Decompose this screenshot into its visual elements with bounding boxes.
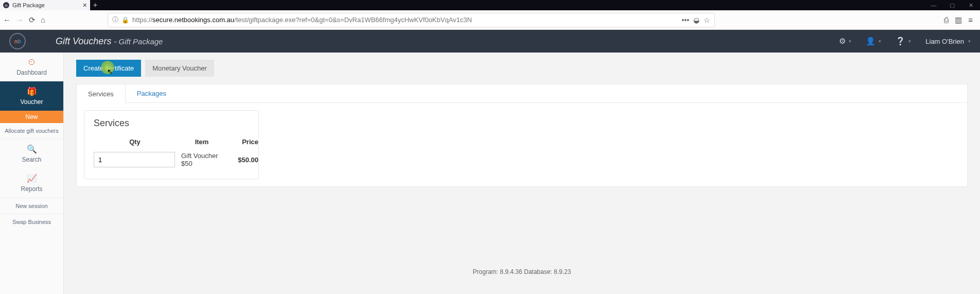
sidebar-item-new-session[interactable]: New session xyxy=(0,198,63,214)
url-text: https://secure.netbookings.com.au/test/g… xyxy=(132,16,472,24)
home-icon[interactable]: ⌂ xyxy=(41,15,45,24)
sidebar-item-reports[interactable]: 📈 Reports xyxy=(0,168,63,198)
search-icon: 🔍 xyxy=(27,144,37,154)
sidebar-item-label: Voucher xyxy=(20,98,43,106)
table-row: Gift Voucher $50 $50.00 xyxy=(94,152,249,167)
sidebar-toggle-icon[interactable]: ▥ xyxy=(955,15,962,25)
chart-icon: 📈 xyxy=(27,174,37,183)
main-content: Create certificate ↖ Monetary Voucher Se… xyxy=(64,53,980,294)
library-icon[interactable]: ⎙ xyxy=(944,15,949,24)
lock-icon: 🔒 xyxy=(121,16,129,24)
sidebar-item-swap-business[interactable]: Swap Business xyxy=(0,214,63,230)
close-window-icon[interactable]: ✕ xyxy=(961,0,980,10)
chevron-down-icon: ▾ xyxy=(849,39,851,44)
card-heading: Services xyxy=(94,118,249,129)
services-card: Services Qty Item Price Gift Voucher $50… xyxy=(84,110,259,179)
shield-icon: ⓘ xyxy=(112,15,118,24)
gear-icon: ⚙ xyxy=(839,37,846,46)
chevron-down-icon: ▾ xyxy=(879,39,881,44)
sidebar-item-dashboard[interactable]: ⏲ Dashboard xyxy=(0,53,63,81)
sidebar-item-search[interactable]: 🔍 Search xyxy=(0,139,63,168)
tab-services[interactable]: Services xyxy=(77,85,126,103)
menu-icon[interactable]: ≡ xyxy=(968,15,973,24)
sidebar-item-voucher[interactable]: 🎁 Voucher xyxy=(0,81,63,111)
browser-tab-strip: n Gift Package × ＋ — ▢ ✕ xyxy=(0,0,980,10)
footer-version: Program: 8.9.4.36 Database: 8.9.23 xyxy=(64,268,980,275)
app-header: nb Gift Vouchers - Gift Package ⚙▾ 👤▾ ❔▾… xyxy=(0,30,980,53)
more-dots-icon[interactable]: ••• xyxy=(681,16,689,24)
close-tab-icon[interactable]: × xyxy=(83,1,87,9)
sidebar-item-new[interactable]: New xyxy=(0,111,63,123)
help-icon: ❔ xyxy=(896,37,905,46)
help-button[interactable]: ❔▾ xyxy=(896,37,911,46)
content-panel: Services Packages Services Qty Item Pric… xyxy=(76,84,968,187)
sidebar-item-label: Reports xyxy=(21,185,42,193)
sidebar-item-label: Search xyxy=(22,156,41,163)
item-name: Gift Voucher $50 xyxy=(176,152,227,167)
col-qty: Qty xyxy=(94,138,176,146)
sidebar-item-allocate[interactable]: Allocate gift vouchers xyxy=(0,123,63,139)
col-price: Price xyxy=(227,138,258,146)
brand-logo[interactable]: nb xyxy=(9,33,26,49)
col-item: Item xyxy=(176,138,227,146)
forward-icon: → xyxy=(16,15,24,24)
settings-dropdown[interactable]: ⚙▾ xyxy=(839,37,851,46)
dashboard-icon: ⏲ xyxy=(28,58,36,67)
person-icon: 👤 xyxy=(866,37,876,46)
page-title: Gift Vouchers - Gift Package xyxy=(56,36,163,47)
maximize-icon[interactable]: ▢ xyxy=(943,0,961,10)
table-header: Qty Item Price xyxy=(94,138,249,152)
create-certificate-button[interactable]: Create certificate ↖ xyxy=(76,60,141,77)
new-tab-button[interactable]: ＋ xyxy=(90,0,100,10)
browser-tab[interactable]: n Gift Package × xyxy=(0,0,90,10)
tab-packages[interactable]: Packages xyxy=(126,84,178,102)
user-dropdown[interactable]: 👤▾ xyxy=(866,37,881,46)
reload-icon[interactable]: ⟳ xyxy=(29,15,36,25)
item-price: $50.00 xyxy=(227,156,258,164)
star-icon[interactable]: ☆ xyxy=(704,16,710,24)
favicon-icon: n xyxy=(3,2,9,8)
chevron-down-icon: ▾ xyxy=(908,39,911,44)
pocket-icon[interactable]: ◒ xyxy=(693,16,699,24)
tab-title: Gift Package xyxy=(12,2,45,8)
monetary-voucher-button[interactable]: Monetary Voucher xyxy=(145,60,214,77)
username-dropdown[interactable]: Liam O'Brien ▾ xyxy=(925,38,971,45)
back-icon[interactable]: ← xyxy=(3,15,11,24)
minimize-icon[interactable]: — xyxy=(924,0,943,10)
sidebar: ⏲ Dashboard 🎁 Voucher New Allocate gift … xyxy=(0,53,64,294)
browser-toolbar: ← → ⟳ ⌂ ⓘ 🔒 https://secure.netbookings.c… xyxy=(0,10,980,30)
gift-icon: 🎁 xyxy=(27,87,37,96)
qty-input[interactable] xyxy=(94,152,175,167)
sidebar-item-label: Dashboard xyxy=(16,69,47,76)
svg-text:b: b xyxy=(18,38,21,44)
chevron-down-icon: ▾ xyxy=(968,39,971,44)
url-bar[interactable]: ⓘ 🔒 https://secure.netbookings.com.au/te… xyxy=(108,13,715,27)
window-controls: — ▢ ✕ xyxy=(924,0,980,10)
